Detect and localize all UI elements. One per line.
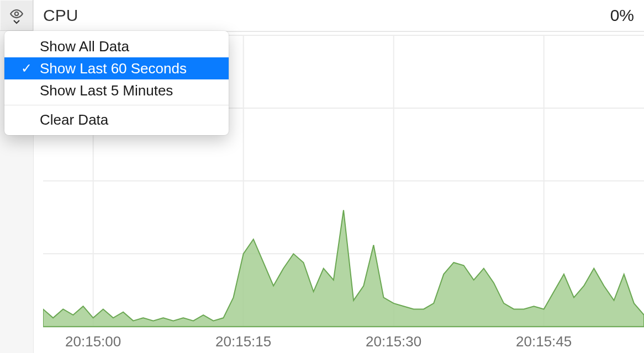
- menu-item-60-seconds[interactable]: ✓ Show Last 60 Seconds: [4, 57, 229, 79]
- svg-text:20:15:45: 20:15:45: [516, 334, 572, 349]
- menu-item-label: Clear Data: [40, 111, 108, 129]
- menu-item-label: Show All Data: [40, 38, 129, 55]
- menu-item-show-all[interactable]: Show All Data: [4, 35, 229, 57]
- chevron-down-icon: [13, 20, 20, 24]
- metric-value: 0%: [610, 6, 634, 25]
- menu-item-label: Show Last 5 Minutes: [40, 82, 173, 99]
- svg-point-0: [15, 12, 19, 16]
- metric-title: CPU: [43, 6, 78, 25]
- menu-item-5-minutes[interactable]: Show Last 5 Minutes: [4, 79, 229, 101]
- menu-item-clear-data[interactable]: Clear Data: [4, 109, 229, 131]
- menu-item-label: Show Last 60 Seconds: [40, 60, 187, 77]
- chart-header: CPU 0%: [33, 0, 644, 31]
- view-options-menu: Show All Data ✓ Show Last 60 Seconds Sho…: [4, 31, 229, 135]
- eye-icon: [9, 7, 24, 21]
- svg-text:20:15:30: 20:15:30: [366, 334, 421, 349]
- svg-text:20:15:00: 20:15:00: [65, 334, 121, 349]
- svg-text:20:15:15: 20:15:15: [215, 334, 271, 349]
- view-options-button[interactable]: [0, 0, 33, 31]
- menu-separator: [4, 105, 229, 105]
- check-icon: ✓: [13, 61, 40, 76]
